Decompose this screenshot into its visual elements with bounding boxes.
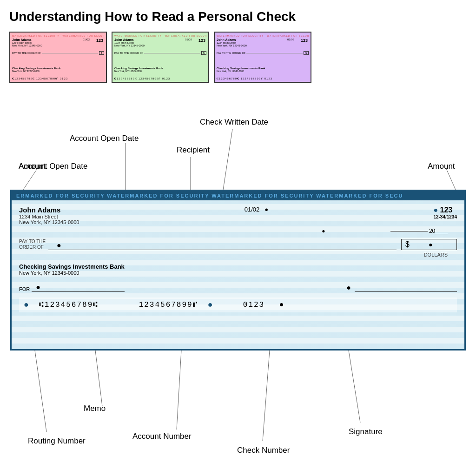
- payto-line: ●: [48, 241, 397, 250]
- mini-watermark-pink: WATERMARKED FOR SECURITY WATERMARKED FOR…: [12, 34, 104, 37]
- dollars-row: DOLLARS: [19, 252, 457, 258]
- mini-payto-purple: PAY TO THE ORDER OF $: [217, 51, 309, 55]
- label-check-number: Check Number: [237, 446, 290, 455]
- label-routing-number: Routing Number: [28, 436, 86, 446]
- twenty-label: 20: [429, 228, 435, 234]
- mini-date-green: 01/02: [185, 38, 192, 41]
- mini-micr-purple: ⑆123456789⑆ 1234567899⑈ 0123: [217, 77, 309, 80]
- for-sig-row: FOR ● ●: [19, 283, 457, 292]
- mini-payto-pink: PAY TO THE ORDER OF $: [12, 51, 104, 55]
- mini-micr-green: ⑆123456789⑆ 1234567899⑈ 0123: [114, 77, 206, 80]
- mini-watermark-green: WATERMARKED FOR SECURITY WATERMARKED FOR…: [114, 34, 206, 37]
- annotation-lines-above: [9, 97, 467, 190]
- label-memo: Memo: [84, 404, 106, 413]
- svg-line-6: [95, 350, 102, 406]
- mini-num-pink: 123: [96, 38, 103, 43]
- dollar-sign: $: [405, 240, 410, 249]
- mini-addr2-purple: New York, NY 12345-0000: [217, 44, 309, 47]
- mini-checks-container: WATERMARKED FOR SECURITY WATERMARKED FOR…: [9, 32, 467, 83]
- svg-line-2: [223, 129, 232, 190]
- date-line-row: ● 20 ____: [19, 228, 457, 234]
- check-number-display: 123: [440, 206, 453, 214]
- check-body: John Adams 1234 Main Street New York, NY…: [12, 200, 464, 349]
- mini-name-pink: John Adams: [12, 38, 104, 41]
- mini-payto-green: PAY TO THE ORDER OF $: [114, 51, 206, 55]
- mini-watermark-purple: WATERMARKED FOR SECURITY WATERMARKED FOR…: [217, 34, 309, 37]
- check-fraction: 12-34/1234: [433, 214, 457, 219]
- mini-num-green: 123: [198, 38, 205, 43]
- mini-micr-pink: ⑆123456789⑆ 1234567899⑈ 0123: [12, 77, 104, 80]
- micr-account: 1234567899⑈: [139, 301, 198, 309]
- bank-addr: New York, NY 12345-0000: [19, 270, 457, 276]
- annotation-check-written-date: Check Written Date: [200, 118, 268, 127]
- sig-line: [355, 291, 457, 292]
- check-owner-name: John Adams: [19, 206, 79, 214]
- svg-line-4: [446, 169, 456, 190]
- mini-date-pink: 01/02: [83, 38, 90, 41]
- payto-label: PAY TO THEORDER OF: [19, 239, 46, 250]
- mini-bank-purple: Checking Savings Investments BankNew Yor…: [217, 67, 265, 73]
- annotation-account-open-date: Account Open Date: [70, 134, 139, 143]
- micr-routing: ⑆123456789⑆: [39, 301, 99, 309]
- mini-name-green: John Adams: [114, 38, 206, 41]
- dollar-box: $ ●: [401, 239, 457, 250]
- label-signature: Signature: [349, 427, 383, 436]
- mini-check-green: WATERMARKED FOR SECURITY WATERMARKED FOR…: [112, 32, 209, 83]
- mini-addr2-green: New York, NY 12345-0000: [114, 44, 206, 47]
- above-annotations: Account Open Date Account Open Date Chec…: [9, 97, 467, 190]
- svg-line-9: [349, 350, 360, 423]
- date-blank-line: [390, 231, 428, 231]
- sig-section: ●: [346, 284, 457, 292]
- for-line: ●: [32, 283, 125, 292]
- annotation-recipient: Recipient: [177, 145, 210, 155]
- below-annotations: Routing Number Memo Account Number Check…: [9, 350, 467, 467]
- mini-check-purple: WATERMARKED FOR SECURITY WATERMARKED FOR…: [214, 32, 311, 83]
- check-addr2: New York, NY 12345-0000: [19, 219, 79, 225]
- label-account-number: Account Number: [132, 432, 192, 441]
- check-name-block: John Adams 1234 Main Street New York, NY…: [19, 206, 79, 225]
- bank-row: Checking Savings Investments Bank New Yo…: [19, 263, 457, 276]
- payto-row: PAY TO THEORDER OF ● $ ●: [19, 239, 457, 250]
- mini-num-purple: 123: [301, 38, 308, 43]
- page-title: Understanding How to Read a Personal Che…: [9, 9, 467, 24]
- dollars-label: DOLLARS: [424, 252, 448, 258]
- check-date-block: 01/02 ●: [245, 206, 268, 213]
- svg-line-7: [177, 350, 181, 430]
- main-check-container: ERMARKED FOR SECURITY WATERMARKED FOR SE…: [10, 190, 466, 350]
- check-date: 01/02: [245, 206, 260, 213]
- main-check: ERMARKED FOR SECURITY WATERMARKED FOR SE…: [10, 190, 466, 350]
- bank-name: Checking Savings Investments Bank: [19, 263, 457, 270]
- svg-line-5: [35, 350, 46, 432]
- mini-name-purple: John Adams: [217, 38, 309, 41]
- svg-line-8: [263, 350, 270, 441]
- check-row1: John Adams 1234 Main Street New York, NY…: [19, 206, 457, 225]
- for-label: FOR: [19, 286, 30, 292]
- check-num-block: ● 123 12-34/1234: [433, 206, 457, 219]
- watermark-bar: ERMARKED FOR SECURITY WATERMARKED FOR SE…: [12, 191, 464, 200]
- check-addr1: 1234 Main Street: [19, 214, 79, 219]
- for-section: FOR ●: [19, 283, 125, 292]
- svg-line-0: [23, 169, 37, 190]
- annotation-amount-right: Amount: [428, 162, 455, 171]
- mini-addr2-pink: New York, NY 12345-0000: [12, 44, 104, 47]
- mini-date-purple: 01/02: [287, 38, 294, 41]
- amount-value: [412, 241, 429, 248]
- mini-check-pink: WATERMARKED FOR SECURITY WATERMARKED FOR…: [9, 32, 107, 83]
- mini-bank-green: Checking Savings Investments BankNew Yor…: [114, 67, 163, 73]
- micr-row: ● ⑆123456789⑆ 1234567899⑈ ● 0123 ●: [19, 298, 457, 312]
- micr-check: 0123: [243, 301, 264, 309]
- mini-bank-pink: Checking Savings Investments BankNew Yor…: [12, 67, 61, 73]
- annotation-amount-left2: Amount: [19, 162, 46, 171]
